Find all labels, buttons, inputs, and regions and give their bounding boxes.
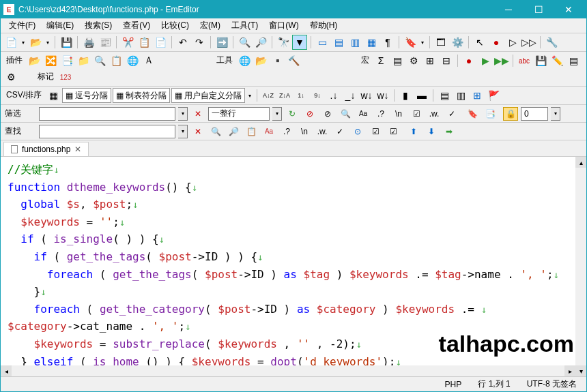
find-cnt-icon[interactable]: ☑ <box>386 125 401 138</box>
code-line[interactable]: function dtheme_keywords() {↓ <box>8 179 579 196</box>
find-rt-icon[interactable]: ➡ <box>442 125 457 138</box>
menu-search[interactable]: 搜索(S) <box>79 18 117 33</box>
sort-len-icon[interactable]: .↓ <box>326 88 341 103</box>
col-h-icon[interactable]: ▬ <box>414 88 429 103</box>
find-input[interactable] <box>39 125 175 138</box>
filter-count-drop-icon[interactable]: ▾ <box>551 107 560 121</box>
maximize-button[interactable]: ☐ <box>524 1 554 18</box>
filter-num-icon[interactable]: ☑ <box>409 107 424 121</box>
bookmark-icon[interactable]: 🔖 <box>403 35 418 50</box>
filter-word-icon[interactable]: .w. <box>427 107 442 121</box>
find-word2-icon[interactable]: .w. <box>315 125 330 138</box>
filter-count[interactable]: 0 <box>521 107 548 121</box>
close-button[interactable]: ✕ <box>554 1 584 18</box>
horizontal-scrollbar[interactable]: ◂ ▸ <box>1 365 575 376</box>
plugin-word-icon[interactable]: Ａ <box>141 53 156 68</box>
find-dropdown-icon[interactable]: ▾ <box>178 125 188 138</box>
cursor-icon[interactable]: ↖ <box>472 35 487 50</box>
explorer-icon[interactable]: 📂 <box>253 53 268 68</box>
macro-opts-icon[interactable]: ⚙ <box>3 70 18 85</box>
scroll-up-icon[interactable]: ▴ <box>575 157 586 168</box>
record-icon[interactable]: ● <box>489 35 504 50</box>
macro-ff-icon[interactable]: ▶▶ <box>494 53 509 68</box>
settings-icon[interactable]: ⚙️ <box>450 35 465 50</box>
print-preview-icon[interactable]: 📰 <box>98 35 113 50</box>
play-icon[interactable]: ▷ <box>505 35 520 50</box>
filter-input[interactable] <box>39 107 175 121</box>
macro-list-icon[interactable]: ▤ <box>390 53 405 68</box>
macro-play-icon[interactable]: ▶ <box>478 53 493 68</box>
filter-refresh-icon[interactable]: ↻ <box>285 107 300 121</box>
find-next-icon[interactable]: 🔎 <box>226 125 241 138</box>
dropdown-icon[interactable]: ▾ <box>44 35 51 50</box>
macro-a-icon[interactable]: ⊞ <box>423 53 438 68</box>
code-line[interactable]: foreach ( get_the_category( $post->ID ) … <box>8 301 579 318</box>
dropdown-icon[interactable]: ▾ <box>20 35 27 50</box>
macro-save-icon[interactable]: 💾 <box>533 53 548 68</box>
paste-icon[interactable]: 📄 <box>153 35 168 50</box>
csv-comma-button[interactable]: ▦逗号分隔 <box>62 88 111 103</box>
minimize-button[interactable]: ─ <box>493 1 524 18</box>
find-regex2-icon[interactable]: .? <box>279 125 294 138</box>
find-wrap-icon[interactable]: ☑ <box>368 125 383 138</box>
menu-file[interactable]: 文件(F) <box>3 18 41 33</box>
find-up-icon[interactable]: ⬆ <box>406 125 421 138</box>
plugin-explorer-icon[interactable]: 📂 <box>27 53 42 68</box>
macro-rec-icon[interactable]: ● <box>461 53 476 68</box>
menu-help[interactable]: 帮助(H) <box>304 18 343 33</box>
prefs-icon[interactable]: 🔧 <box>544 35 559 50</box>
macro-select-icon[interactable]: ▤ <box>566 53 581 68</box>
macro-b-icon[interactable]: ⊟ <box>439 53 454 68</box>
tool-icon[interactable]: 🔨 <box>286 53 301 68</box>
macro-spell-icon[interactable]: abc <box>517 53 532 68</box>
macro-edit-icon[interactable]: ✏️ <box>549 53 564 68</box>
menu-tools[interactable]: 工具(T) <box>226 18 263 33</box>
filter-neg-icon[interactable]: ⊘ <box>320 107 335 121</box>
plugin-diff-icon[interactable]: 🔀 <box>43 53 58 68</box>
sort-az-icon[interactable]: A↓Z <box>261 88 276 103</box>
plugin-search-icon[interactable]: 🔍 <box>92 53 107 68</box>
properties-icon[interactable]: 🗔 <box>433 35 448 50</box>
flag-icon[interactable]: 🚩 <box>486 88 501 103</box>
find-icon[interactable]: 🔍 <box>237 35 252 50</box>
window-tile-icon[interactable]: ▦ <box>364 35 379 50</box>
sort-word-icon[interactable]: w↓ <box>359 88 374 103</box>
code-line[interactable]: }↓ <box>8 283 579 301</box>
find-doc-icon[interactable]: 📋 <box>244 125 259 138</box>
menu-macro[interactable]: 宏(M) <box>195 18 226 33</box>
filter-dropdown-icon[interactable]: ▾ <box>178 107 188 121</box>
goto-icon[interactable]: ➡️ <box>214 35 229 50</box>
cut-icon[interactable]: ✂️ <box>120 35 135 50</box>
open-icon[interactable]: 📂 <box>28 35 43 50</box>
plugin-project-icon[interactable]: 📁 <box>76 53 91 68</box>
tab-functions[interactable]: functions.php ✕ <box>3 142 89 156</box>
fast-icon[interactable]: ▷▷ <box>521 35 536 50</box>
dedup-icon[interactable]: ▤ <box>437 88 452 103</box>
filter-mode-dropdown-icon[interactable]: ▾ <box>272 107 282 121</box>
find-in-files-icon[interactable]: 🔭 <box>276 35 291 50</box>
group-icon[interactable]: ⊞ <box>470 88 485 103</box>
find-hl-icon[interactable]: Aa <box>261 125 276 138</box>
scroll-left-icon[interactable]: ◂ <box>1 365 12 376</box>
vertical-scrollbar[interactable]: ▴ ▾ <box>575 157 586 376</box>
sort-word2-icon[interactable]: w↓ <box>375 88 390 103</box>
sort-num2-icon[interactable]: 9↓ <box>310 88 325 103</box>
code-line[interactable]: $keywords = '';↓ <box>8 213 579 231</box>
plugin-web-icon[interactable]: 🌐 <box>125 53 140 68</box>
filter-bm-icon[interactable]: 🔖 <box>465 107 480 121</box>
print-icon[interactable]: 🖨️ <box>81 35 96 50</box>
dropdown-icon[interactable]: ▾ <box>246 88 253 103</box>
bookmark2-icon[interactable]: ▥ <box>453 88 468 103</box>
sigma-icon[interactable]: Σ <box>373 53 388 68</box>
find-down-icon[interactable]: ⬇ <box>424 125 439 138</box>
cmd-icon[interactable]: ▪️ <box>270 53 285 68</box>
macro-config-icon[interactable]: ⚙ <box>406 53 421 68</box>
find-esc2-icon[interactable]: \n <box>297 125 312 138</box>
code-line[interactable]: if ( get_the_tags( $post->ID ) ) {↓ <box>8 248 579 266</box>
filter-abort-icon[interactable]: ⊘ <box>302 107 317 121</box>
menu-compare[interactable]: 比较(C) <box>156 18 195 33</box>
sort-za-icon[interactable]: Z↓A <box>277 88 292 103</box>
dropdown-icon[interactable]: ▾ <box>419 35 426 50</box>
scroll-right-icon[interactable]: ▸ <box>564 365 575 376</box>
plugin-snippet-icon[interactable]: 📋 <box>109 53 124 68</box>
